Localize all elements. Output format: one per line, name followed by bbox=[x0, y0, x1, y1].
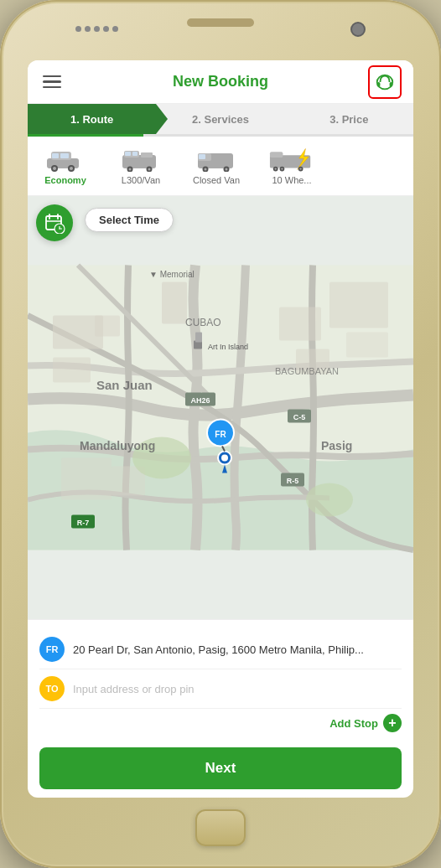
svg-text:CUBAO: CUBAO bbox=[185, 317, 221, 328]
svg-rect-41 bbox=[329, 282, 388, 328]
person-icon bbox=[374, 71, 396, 93]
svg-rect-39 bbox=[162, 282, 187, 324]
svg-rect-42 bbox=[346, 333, 388, 358]
tab-route[interactable]: 1. Route bbox=[28, 104, 156, 134]
page-title: New Booking bbox=[173, 73, 268, 90]
home-button[interactable] bbox=[195, 809, 246, 846]
vehicle-10wheeler[interactable]: 10 Whe... bbox=[254, 142, 329, 189]
svg-rect-18 bbox=[125, 152, 131, 156]
profile-button[interactable] bbox=[368, 65, 402, 99]
to-address-input[interactable]: Input address or drop pin bbox=[73, 683, 402, 695]
svg-rect-40 bbox=[279, 307, 321, 341]
svg-point-32 bbox=[281, 168, 283, 169]
vehicle-bar: Economy bbox=[28, 134, 413, 196]
svg-point-68 bbox=[221, 455, 228, 462]
hamburger-line-3 bbox=[43, 86, 61, 89]
vehicle-progress bbox=[28, 134, 413, 137]
dot-4 bbox=[103, 26, 109, 32]
economy-icon-wrap bbox=[42, 145, 89, 173]
tab-price[interactable]: 3. Price bbox=[285, 104, 413, 134]
svg-text:San Juan: San Juan bbox=[96, 378, 153, 392]
hamburger-line-2 bbox=[43, 80, 61, 83]
add-stop-button[interactable]: Add Stop + bbox=[329, 714, 402, 732]
svg-rect-10 bbox=[60, 153, 69, 158]
phone-shell: New Booking 1. Route 2. Services 3. Pr bbox=[0, 0, 441, 868]
from-address-row: FR 20 Pearl Dr, San Antonio, Pasig, 1600… bbox=[39, 630, 402, 669]
svg-text:C-5: C-5 bbox=[293, 413, 306, 421]
svg-point-8 bbox=[70, 167, 73, 170]
svg-point-23 bbox=[205, 168, 207, 171]
svg-point-25 bbox=[226, 168, 228, 171]
svg-rect-9 bbox=[52, 153, 59, 158]
svg-rect-1 bbox=[377, 82, 381, 87]
app-header: New Booking bbox=[28, 60, 413, 104]
phone-speaker bbox=[187, 18, 254, 27]
svg-text:▼ Memorial: ▼ Memorial bbox=[149, 270, 195, 279]
svg-rect-44 bbox=[61, 458, 112, 500]
svg-point-6 bbox=[53, 167, 56, 170]
svg-text:BAGUMBAYAN: BAGUMBAYAN bbox=[275, 366, 339, 376]
svg-rect-28 bbox=[270, 152, 283, 158]
svg-text:R-7: R-7 bbox=[77, 519, 90, 527]
to-address-row[interactable]: TO Input address or drop pin bbox=[39, 669, 402, 709]
map-svg: AH26 R-7 C-5 R-5 San Juan Mandaluyong Pa… bbox=[28, 196, 413, 619]
dot-5 bbox=[112, 26, 118, 32]
phone-dots bbox=[75, 26, 118, 32]
svg-point-30 bbox=[275, 168, 277, 169]
vehicle-closed-van[interactable]: Closed Van bbox=[179, 142, 254, 189]
svg-point-34 bbox=[299, 168, 301, 169]
add-stop-icon: + bbox=[383, 714, 402, 732]
closed-van-icon bbox=[195, 147, 238, 172]
tab-services[interactable]: 2. Services bbox=[156, 104, 284, 134]
10-wheeler-icon bbox=[268, 147, 315, 172]
screen: New Booking 1. Route 2. Services 3. Pr bbox=[28, 60, 413, 798]
svg-rect-26 bbox=[199, 154, 205, 159]
svg-text:Art In Island: Art In Island bbox=[208, 343, 248, 351]
svg-rect-19 bbox=[132, 152, 137, 156]
add-stop-label: Add Stop bbox=[329, 717, 378, 730]
10-wheeler-icon-wrap bbox=[268, 145, 315, 173]
next-button[interactable]: Next bbox=[39, 747, 402, 789]
svg-rect-13 bbox=[141, 152, 153, 158]
10-wheeler-label: 10 Whe... bbox=[272, 175, 311, 185]
svg-text:AH26: AH26 bbox=[190, 396, 210, 405]
svg-text:Pasig: Pasig bbox=[321, 439, 352, 452]
address-panel: FR 20 Pearl Dr, San Antonio, Pasig, 1600… bbox=[28, 619, 413, 741]
dot-2 bbox=[85, 26, 91, 32]
select-time-label: Select Time bbox=[99, 214, 159, 226]
closed-van-label: Closed Van bbox=[193, 175, 240, 185]
svg-point-17 bbox=[148, 168, 151, 171]
dot-3 bbox=[94, 26, 100, 32]
svg-point-47 bbox=[306, 483, 353, 517]
l300van-label: L300/Van bbox=[122, 175, 160, 185]
phone-top-bar bbox=[0, 0, 441, 60]
from-badge: FR bbox=[39, 637, 65, 662]
calendar-clock-icon bbox=[44, 212, 65, 234]
hamburger-line-1 bbox=[43, 75, 61, 78]
economy-car-icon bbox=[44, 147, 87, 172]
svg-rect-38 bbox=[95, 316, 120, 337]
svg-rect-37 bbox=[53, 358, 91, 383]
svg-text:Mandaluyong: Mandaluyong bbox=[80, 439, 155, 452]
vehicle-l300van[interactable]: L300/Van bbox=[103, 142, 179, 189]
add-stop-row: Add Stop + bbox=[39, 709, 402, 736]
vehicle-progress-fill bbox=[28, 134, 143, 137]
l300-icon-wrap bbox=[117, 145, 164, 173]
vehicle-list: Economy bbox=[28, 137, 413, 195]
phone-camera bbox=[350, 22, 366, 37]
svg-point-15 bbox=[129, 168, 132, 171]
closed-van-icon-wrap bbox=[193, 145, 240, 173]
economy-label: Economy bbox=[44, 175, 86, 185]
l300-van-icon bbox=[119, 147, 163, 172]
vehicle-economy[interactable]: Economy bbox=[28, 142, 103, 189]
phone-bottom bbox=[0, 798, 441, 868]
to-badge: TO bbox=[39, 676, 65, 701]
dot-1 bbox=[75, 26, 81, 32]
select-time-button[interactable]: Select Time bbox=[85, 208, 174, 232]
menu-button[interactable] bbox=[39, 72, 65, 92]
svg-rect-63 bbox=[195, 333, 202, 343]
schedule-button[interactable] bbox=[36, 204, 73, 241]
map-area[interactable]: AH26 R-7 C-5 R-5 San Juan Mandaluyong Pa… bbox=[28, 196, 413, 619]
svg-rect-2 bbox=[390, 82, 393, 87]
svg-text:R-5: R-5 bbox=[287, 477, 299, 485]
